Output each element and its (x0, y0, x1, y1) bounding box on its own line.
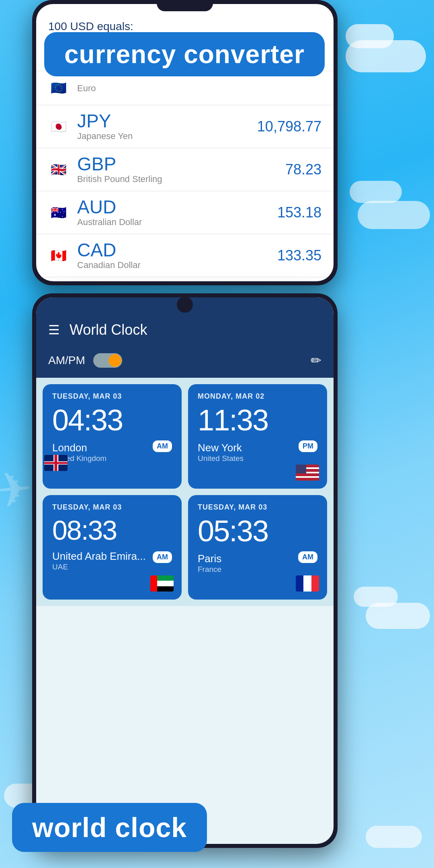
jpy-info: JPY Japanese Yen (77, 112, 257, 141)
clock-card-london[interactable]: TUESDAY, MAR 03 04:33 AM London United K… (43, 384, 182, 489)
cad-name: Canadian Dollar (77, 260, 277, 270)
toggle-thumb (108, 354, 121, 367)
worldclock-title: World Clock (70, 321, 321, 338)
clock-card-newyork[interactable]: MONDAY, MAR 02 11:33 PM New York United … (188, 384, 327, 489)
worldclock-subheader: AM/PM ✏ (36, 346, 334, 378)
paris-flag (296, 575, 319, 592)
aud-flag: 🇦🇺 (48, 202, 69, 223)
paris-date: TUESDAY, MAR 03 (198, 503, 317, 512)
newyork-country: United States (198, 454, 317, 463)
jpy-flag: 🇯🇵 (48, 116, 69, 137)
france-flag-blue (296, 575, 303, 592)
phone-top-notch (157, 0, 213, 11)
flag-cross-horizontal (44, 462, 68, 464)
eur-name: Euro (77, 83, 321, 94)
eur-info: Euro (77, 82, 321, 94)
paris-time: 05:33 (198, 516, 317, 546)
aud-code: AUD (77, 198, 277, 216)
ampm-toggle[interactable] (93, 353, 122, 368)
uae-time: 08:33 (52, 516, 172, 544)
clock-card-uae[interactable]: TUESDAY, MAR 03 08:33 AM United Arab Emi… (43, 495, 182, 600)
paris-country: France (198, 565, 317, 574)
edit-icon[interactable]: ✏ (311, 353, 321, 368)
gbp-info: GBP British Pound Sterling (77, 155, 285, 184)
eur-flag: 🇪🇺 (48, 78, 69, 98)
london-date: TUESDAY, MAR 03 (52, 392, 172, 401)
currency-converter-label: currency converter (44, 32, 325, 76)
cad-value: 133.35 (277, 247, 321, 264)
france-flag-white (303, 575, 311, 592)
clock-card-paris[interactable]: TUESDAY, MAR 03 05:33 AM Paris France (188, 495, 327, 600)
jpy-code: JPY (77, 112, 257, 130)
jpy-value: 10,798.77 (257, 118, 321, 135)
cad-flag: 🇨🇦 (48, 245, 69, 266)
hamburger-menu-icon[interactable]: ☰ (48, 322, 60, 338)
newyork-time: 11:33 (198, 405, 317, 435)
currency-item-aud[interactable]: 🇦🇺 AUD Australian Dollar 153.18 (36, 191, 334, 234)
gbp-name: British Pound Sterling (77, 174, 285, 184)
currency-item-gbp[interactable]: 🇬🇧 GBP British Pound Sterling 78.23 (36, 148, 334, 191)
clock-grid: TUESDAY, MAR 03 04:33 AM London United K… (36, 378, 334, 606)
london-ampm: AM (153, 440, 172, 452)
gbp-flag: 🇬🇧 (48, 159, 69, 180)
phone-worldclock: ☰ World Clock AM/PM ✏ TUESDAY, MAR 03 04… (32, 293, 338, 848)
phone-bottom-screen: ☰ World Clock AM/PM ✏ TUESDAY, MAR 03 04… (36, 297, 334, 844)
uae-date: TUESDAY, MAR 03 (52, 503, 172, 512)
currency-item-cad[interactable]: 🇨🇦 CAD Canadian Dollar 133.35 (36, 234, 334, 277)
london-country: United Kingdom (52, 454, 172, 463)
gbp-code: GBP (77, 155, 285, 173)
ampm-label: AM/PM (48, 354, 85, 367)
aud-info: AUD Australian Dollar (77, 198, 277, 227)
uae-country: UAE (52, 563, 172, 571)
uae-flag (150, 575, 174, 592)
aud-name: Australian Dollar (77, 217, 277, 227)
cad-code: CAD (77, 241, 277, 259)
cad-info: CAD Canadian Dollar (77, 241, 277, 270)
worldclock-label: world clock (12, 803, 207, 852)
currency-item-jpy[interactable]: 🇯🇵 JPY Japanese Yen 10,798.77 (36, 105, 334, 148)
newyork-date: MONDAY, MAR 02 (198, 392, 317, 401)
phone-bottom-notch (177, 297, 193, 313)
london-time: 04:33 (52, 405, 172, 435)
newyork-flag (296, 465, 319, 481)
france-flag-red (311, 575, 319, 592)
uae-ampm: AM (153, 551, 172, 563)
jpy-name: Japanese Yen (77, 131, 257, 141)
aud-value: 153.18 (277, 204, 321, 221)
london-flag (44, 455, 68, 471)
newyork-ampm: PM (299, 440, 317, 452)
gbp-value: 78.23 (285, 161, 321, 178)
paris-ampm: AM (298, 551, 317, 563)
